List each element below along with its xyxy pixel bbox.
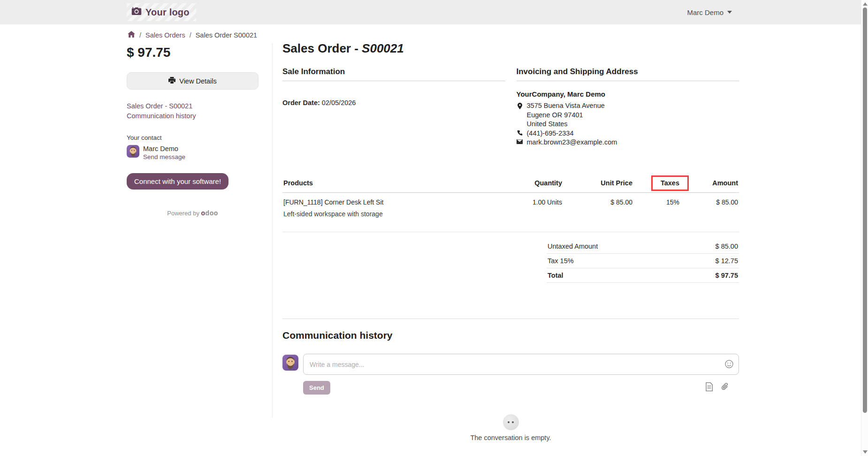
neutral-face-icon (503, 414, 519, 430)
total-label: Total (548, 272, 563, 279)
connect-software-button[interactable]: Connect with your software! (127, 173, 228, 190)
column-header-unit-price: Unit Price (563, 176, 633, 193)
page-title: Sales Order - S00021 (282, 41, 739, 56)
view-details-button[interactable]: View Details (127, 72, 259, 90)
chevron-down-icon (727, 11, 732, 14)
total-value: $ 97.75 (716, 272, 738, 279)
camera-icon (131, 7, 142, 17)
address-company-contact: YourCompany, Marc Demo (517, 90, 739, 98)
scrollbar-thumb[interactable] (863, 8, 867, 413)
paperclip-icon[interactable] (721, 382, 729, 393)
breadcrumb-sales-orders[interactable]: Sales Orders (145, 31, 185, 39)
contact-avatar (127, 145, 139, 158)
phone-icon (517, 129, 523, 138)
product-unit-price: $ 85.00 (563, 193, 633, 232)
powered-by-label: Powered by (167, 210, 199, 217)
column-header-products: Products (282, 176, 488, 193)
contact-name: Marc Demo (143, 145, 185, 152)
message-input[interactable] (303, 354, 739, 375)
sale-information-section: Sale Information Order Date: 02/05/2026 (282, 67, 505, 161)
sidebar-link-communication-history[interactable]: Communication history (127, 112, 259, 120)
address-email-line: mark.brown23@example.com (517, 138, 739, 147)
breadcrumb: / Sales Orders / Sales Order S00021 (128, 31, 257, 39)
emoji-icon[interactable] (725, 360, 733, 370)
product-description: Left-sided workspace with storage (283, 210, 479, 221)
totals-table: Untaxed Amount $ 85.00 Tax 15% $ 12.75 T… (547, 239, 739, 283)
section-divider (282, 319, 739, 319)
order-date-label: Order Date: (282, 99, 320, 106)
untaxed-amount-row: Untaxed Amount $ 85.00 (547, 239, 739, 254)
address-street: 3575 Buena Vista Avenue (527, 101, 605, 111)
empty-conversation: The conversation is empty. (282, 414, 739, 456)
scroll-down-arrow-icon[interactable] (863, 450, 868, 454)
address-email: mark.brown23@example.com (527, 138, 617, 147)
map-pin-icon (517, 101, 523, 111)
send-button[interactable]: Send (303, 381, 330, 395)
communication-history-heading: Communication history (282, 330, 739, 341)
order-total-amount: $ 97.75 (127, 45, 259, 60)
user-menu[interactable]: Marc Demo (687, 0, 732, 24)
printer-icon (168, 77, 175, 85)
user-menu-label: Marc Demo (687, 8, 723, 16)
tax-row: Tax 15% $ 12.75 (547, 254, 739, 268)
envelope-icon (517, 138, 523, 147)
address-country: United States (517, 120, 739, 129)
table-row: [FURN_1118] Corner Desk Left Sit Left-si… (282, 193, 739, 232)
column-header-quantity: Quantity (488, 176, 563, 193)
main-content: Sales Order - S00021 Sale Information Or… (282, 41, 739, 456)
company-logo[interactable]: Your logo (127, 3, 196, 21)
sidebar-links: Sales Order - S00021 Communication histo… (127, 102, 259, 120)
address-phone-line: (441)-695-2334 (517, 129, 739, 138)
content-divider (272, 43, 273, 418)
document-icon[interactable] (706, 382, 713, 393)
sidebar-link-sales-order[interactable]: Sales Order - S00021 (127, 102, 259, 110)
logo-text: Your logo (145, 7, 190, 18)
sale-information-heading: Sale Information (282, 67, 505, 81)
message-composer (282, 354, 739, 375)
address-street-line: 3575 Buena Vista Avenue (517, 101, 739, 111)
address-section: Invoicing and Shipping Address YourCompa… (517, 67, 739, 161)
address-phone: (441)-695-2334 (527, 129, 574, 138)
product-name: [FURN_1118] Corner Desk Left Sit (283, 198, 479, 206)
column-header-taxes: Taxes (633, 176, 680, 193)
tax-label: Tax 15% (548, 257, 574, 265)
top-header: Your logo Marc Demo (0, 0, 868, 24)
sidebar: $ 97.75 View Details Sales Order - S0002… (127, 45, 259, 217)
composer-avatar (282, 355, 298, 371)
empty-conversation-text: The conversation is empty. (470, 434, 551, 441)
product-quantity: 1.00 Units (488, 193, 563, 232)
contact-card: Marc Demo Send message (127, 145, 259, 161)
total-row: Total $ 97.75 (547, 268, 739, 283)
order-reference: S00021 (362, 41, 404, 55)
product-amount: $ 85.00 (680, 193, 739, 232)
address-city: Eugene OR 97401 (517, 111, 739, 120)
home-icon[interactable] (128, 31, 135, 39)
tax-value: $ 12.75 (716, 257, 738, 265)
untaxed-amount-value: $ 85.00 (716, 243, 738, 250)
order-date-value: 02/05/2026 (322, 99, 356, 106)
order-date: Order Date: 02/05/2026 (282, 99, 505, 106)
portal-page: Your logo Marc Demo / Sales Orders / Sal… (0, 0, 868, 456)
send-message-link[interactable]: Send message (143, 153, 185, 160)
powered-by: Powered by odoo (127, 209, 259, 217)
taxes-highlight-box: Taxes (651, 175, 689, 191)
breadcrumb-current: Sales Order S00021 (196, 31, 257, 39)
odoo-logo[interactable]: odoo (201, 209, 218, 217)
column-header-amount: Amount (680, 176, 739, 193)
composer-actions: Send (303, 381, 739, 395)
view-details-label: View Details (179, 77, 217, 85)
products-table: Products Quantity Unit Price Taxes Amoun… (282, 176, 739, 232)
address-heading: Invoicing and Shipping Address (517, 67, 739, 81)
scroll-up-arrow-icon[interactable] (863, 2, 868, 6)
vertical-scrollbar[interactable] (861, 0, 868, 456)
product-taxes: 15% (633, 193, 680, 232)
untaxed-amount-label: Untaxed Amount (548, 243, 598, 250)
your-contact-label: Your contact (127, 134, 259, 141)
